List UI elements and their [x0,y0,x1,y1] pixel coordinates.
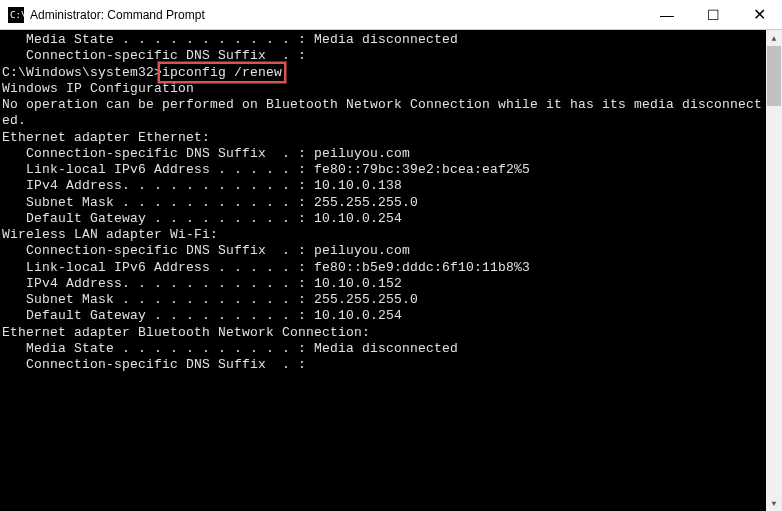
scroll-up-arrow[interactable]: ▲ [766,30,782,46]
minimize-button[interactable]: — [644,0,690,29]
terminal-line: Default Gateway . . . . . . . . . : 10.1… [2,211,780,227]
terminal-line: Connection-specific DNS Suffix . : peilu… [2,243,780,259]
titlebar: C:\ Administrator: Command Prompt — ☐ ✕ [0,0,782,30]
svg-text:C:\: C:\ [10,10,24,20]
terminal-line: Default Gateway . . . . . . . . . : 10.1… [2,308,780,324]
terminal-output[interactable]: Media State . . . . . . . . . . . : Medi… [2,32,780,373]
maximize-button[interactable]: ☐ [690,0,736,29]
terminal-line: Connection-specific DNS Suffix . : [2,357,780,373]
terminal-line: No operation can be performed on Bluetoo… [2,97,780,113]
terminal-line: IPv4 Address. . . . . . . . . . . : 10.1… [2,178,780,194]
terminal-line: Connection-specific DNS Suffix . : peilu… [2,146,780,162]
terminal-line: Wireless LAN adapter Wi-Fi: [2,227,780,243]
terminal-line: Subnet Mask . . . . . . . . . . . : 255.… [2,292,780,308]
terminal-area[interactable]: Media State . . . . . . . . . . . : Medi… [0,30,782,511]
terminal-line: Media State . . . . . . . . . . . : Medi… [2,32,780,48]
terminal-line: Connection-specific DNS Suffix . : [2,48,780,64]
cmd-icon: C:\ [8,7,24,23]
vertical-scrollbar[interactable]: ▲ ▼ [766,30,782,511]
terminal-line: Link-local IPv6 Address . . . . . : fe80… [2,260,780,276]
terminal-line: C:\Windows\system32>ipconfig /renew [2,65,780,81]
terminal-line: Windows IP Configuration [2,81,780,97]
terminal-line: Subnet Mask . . . . . . . . . . . : 255.… [2,195,780,211]
scroll-down-arrow[interactable]: ▼ [766,495,782,511]
scrollbar-thumb[interactable] [767,46,781,106]
close-button[interactable]: ✕ [736,0,782,29]
terminal-line: ed. [2,113,780,129]
terminal-line: Link-local IPv6 Address . . . . . : fe80… [2,162,780,178]
terminal-line: Ethernet adapter Bluetooth Network Conne… [2,325,780,341]
terminal-line: Media State . . . . . . . . . . . : Medi… [2,341,780,357]
window-title: Administrator: Command Prompt [30,8,644,22]
highlighted-command-text: ipconfig /renew [162,65,282,80]
terminal-line: Ethernet adapter Ethernet: [2,130,780,146]
window-controls: — ☐ ✕ [644,0,782,29]
terminal-line: IPv4 Address. . . . . . . . . . . : 10.1… [2,276,780,292]
